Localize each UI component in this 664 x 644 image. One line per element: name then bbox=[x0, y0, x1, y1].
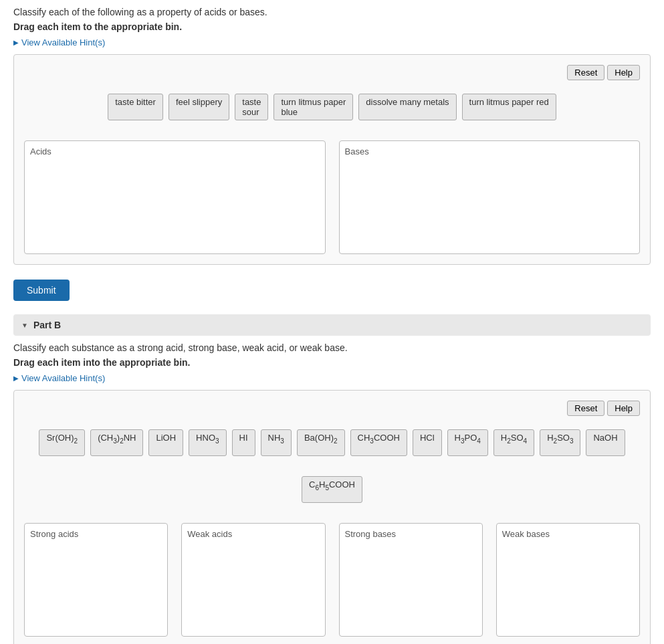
part-a-submit-button[interactable]: Submit bbox=[13, 280, 70, 301]
drag-item-ch3cooh[interactable]: CH3COOH bbox=[350, 429, 407, 456]
part-a-items-area: taste bitter feel slippery tastesour tur… bbox=[24, 94, 640, 120]
part-b-collapse-icon: ▼ bbox=[21, 322, 28, 329]
part-a-bins-area: Acids Bases bbox=[24, 140, 640, 254]
drag-item-sr-oh2[interactable]: Sr(OH)2 bbox=[39, 429, 85, 456]
part-a-activity-box: Reset Help taste bitter feel slippery ta… bbox=[13, 54, 651, 265]
part-a-reset-button[interactable]: Reset bbox=[567, 65, 604, 80]
drag-item-h3po4[interactable]: H3PO4 bbox=[447, 429, 488, 456]
drag-item-ch3-2nh[interactable]: (CH3)2NH bbox=[90, 429, 143, 456]
part-b-reset-button[interactable]: Reset bbox=[567, 401, 604, 416]
strong-bases-bin-label: Strong bases bbox=[345, 529, 477, 539]
part-b-section: ▼ Part B Classify each substance as a st… bbox=[13, 314, 651, 644]
weak-acids-bin[interactable]: Weak acids bbox=[181, 523, 325, 637]
drag-item-hno3[interactable]: HNO3 bbox=[189, 429, 226, 456]
drag-item-hi[interactable]: HI bbox=[232, 429, 255, 456]
strong-bases-bin[interactable]: Strong bases bbox=[339, 523, 483, 637]
weak-bases-bin[interactable]: Weak bases bbox=[496, 523, 640, 637]
part-a-instruction: Classify each of the following as a prop… bbox=[13, 7, 651, 17]
drag-item-hcl[interactable]: HCl bbox=[413, 429, 442, 456]
part-b-items-area: Sr(OH)2 (CH3)2NH LiOH HNO3 HI NH3 Ba(OH)… bbox=[24, 429, 640, 456]
bases-bin[interactable]: Bases bbox=[339, 140, 641, 254]
part-a-drag-instruction: Drag each item to the appropriate bin. bbox=[13, 21, 651, 32]
part-a-help-button[interactable]: Help bbox=[607, 65, 640, 80]
hint-arrow-icon: ▶ bbox=[13, 39, 19, 46]
acids-bin[interactable]: Acids bbox=[24, 140, 326, 254]
bases-bin-label: Bases bbox=[345, 146, 635, 156]
part-b-header-label: Part B bbox=[33, 320, 61, 330]
drag-item-taste-bitter[interactable]: taste bitter bbox=[108, 94, 163, 120]
part-a-hint-link[interactable]: ▶ View Available Hint(s) bbox=[13, 37, 651, 47]
part-b-hint-link[interactable]: ▶ View Available Hint(s) bbox=[13, 373, 651, 383]
drag-item-naoh[interactable]: NaOH bbox=[586, 429, 625, 456]
part-b-drag-instruction: Drag each item into the appropriate bin. bbox=[13, 357, 651, 368]
drag-item-lioh[interactable]: LiOH bbox=[148, 429, 183, 456]
drag-item-h2so3[interactable]: H2SO3 bbox=[540, 429, 580, 456]
drag-item-turn-litmus-red[interactable]: turn litmus paper red bbox=[462, 94, 556, 120]
drag-item-c6h5cooh[interactable]: C6H5COOH bbox=[302, 476, 362, 503]
part-b-hint-label: View Available Hint(s) bbox=[21, 373, 105, 383]
part-a-toolbar: Reset Help bbox=[24, 65, 640, 80]
part-b-items-area-row2: C6H5COOH bbox=[24, 476, 640, 503]
part-a-hint-label: View Available Hint(s) bbox=[21, 37, 105, 47]
drag-item-turn-litmus-blue[interactable]: turn litmus paperblue bbox=[273, 94, 353, 120]
part-b-activity-box: Reset Help Sr(OH)2 (CH3)2NH LiOH HNO3 HI… bbox=[13, 390, 651, 644]
part-b-toolbar: Reset Help bbox=[24, 401, 640, 416]
weak-bases-bin-label: Weak bases bbox=[502, 529, 634, 539]
drag-item-nh3[interactable]: NH3 bbox=[261, 429, 292, 456]
strong-acids-bin[interactable]: Strong acids bbox=[24, 523, 168, 637]
drag-item-taste-sour[interactable]: tastesour bbox=[235, 94, 268, 120]
drag-item-dissolve-metals[interactable]: dissolve many metals bbox=[358, 94, 456, 120]
drag-item-ba-oh2[interactable]: Ba(OH)2 bbox=[297, 429, 345, 456]
drag-item-h2so4[interactable]: H2SO4 bbox=[493, 429, 534, 456]
acids-bin-label: Acids bbox=[30, 146, 320, 156]
strong-acids-bin-label: Strong acids bbox=[30, 529, 162, 539]
part-b-hint-arrow-icon: ▶ bbox=[13, 374, 19, 382]
drag-item-feel-slippery[interactable]: feel slippery bbox=[169, 94, 229, 120]
part-b-bins-area: Strong acids Weak acids Strong bases Wea… bbox=[24, 523, 640, 637]
part-b-help-button[interactable]: Help bbox=[607, 401, 640, 416]
part-b-instruction: Classify each substance as a strong acid… bbox=[13, 342, 651, 353]
part-b-header[interactable]: ▼ Part B bbox=[13, 314, 651, 336]
weak-acids-bin-label: Weak acids bbox=[187, 529, 319, 539]
part-a-section: Classify each of the following as a prop… bbox=[13, 7, 651, 301]
